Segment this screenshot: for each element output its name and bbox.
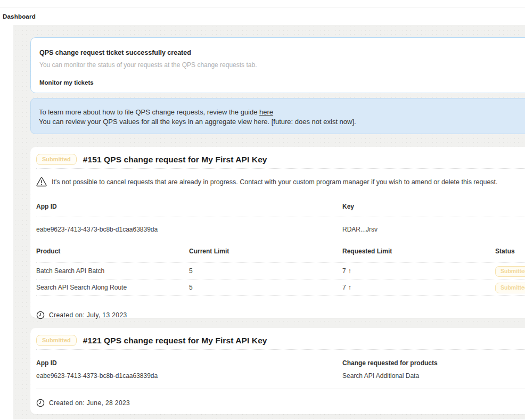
col-status: Status	[495, 248, 525, 255]
table-row: Batch Search API Batch 5 7↑ Submitted	[36, 263, 525, 279]
products-table-header: Product Current Limit Requested Limit St…	[36, 248, 525, 263]
col-product: Product	[36, 248, 189, 255]
monitor-tickets-link[interactable]: Monitor my tickets	[39, 79, 94, 86]
request-card-151: Submitted #151 QPS change request for My…	[30, 147, 525, 318]
clock-icon	[36, 311, 45, 319]
info-banner-line2: You can review your QPS values for all t…	[39, 117, 525, 127]
main-content: QPS change request ticket successfully c…	[13, 25, 525, 419]
key-label: Key	[342, 203, 525, 210]
current-limit-value: 5	[189, 267, 342, 275]
request-151-header: Submitted #151 QPS change request for My…	[36, 147, 525, 169]
left-gutter	[0, 25, 13, 419]
row-status-badge: Submitted	[495, 283, 525, 293]
increase-arrow-icon: ↑	[348, 284, 351, 291]
products-label: Change requested for products	[342, 359, 525, 367]
app-id-label: App ID	[36, 203, 342, 210]
col-current-limit: Current Limit	[189, 248, 342, 255]
product-name: Search API Search Along Route	[36, 284, 189, 291]
products-value: Search API Additional Data	[342, 372, 525, 380]
request-121-body: App ID Change requested for products eab…	[36, 350, 525, 389]
info-banner: To learn more about how to file QPS chan…	[30, 98, 525, 134]
appid-key-header-row: App ID Key	[36, 203, 525, 217]
warning-row: It's not possible to cancel requests tha…	[36, 177, 525, 187]
page-title: Dashboard	[3, 13, 36, 20]
appid-key-value-row: eabe9623-7413-4373-bc8b-d1caa63839da RDA…	[36, 217, 525, 233]
row-status-badge: Submitted	[495, 266, 525, 277]
topbar: Dashboard	[0, 7, 525, 25]
app-id-value: eabe9623-7413-4373-bc8b-d1caa63839da	[36, 372, 342, 380]
requested-limit-value: 7↑	[342, 284, 495, 291]
info-banner-line1: To learn more about how to file QPS chan…	[39, 108, 525, 117]
success-subtitle: You can monitor the status of your reque…	[39, 61, 525, 69]
col-requested-limit: Requested Limit	[342, 248, 495, 255]
warning-text: It's not possible to cancel requests tha…	[52, 178, 498, 186]
success-title: QPS change request ticket successfully c…	[39, 49, 525, 56]
current-limit-value: 5	[189, 284, 342, 291]
success-notification-card: QPS change request ticket successfully c…	[30, 37, 525, 93]
requested-limit-value: 7↑	[342, 267, 495, 275]
table-row: Search API Search Along Route 5 7↑ Submi…	[36, 279, 525, 296]
app-id-label: App ID	[36, 359, 342, 367]
status-badge: Submitted	[36, 154, 77, 165]
guide-here-link[interactable]: here	[259, 108, 273, 116]
status-badge: Submitted	[36, 335, 77, 346]
key-value: RDAR...Jrsv	[342, 226, 525, 233]
requested-limit-number: 7	[342, 267, 346, 275]
product-name: Batch Search API Batch	[36, 267, 189, 275]
created-on-row: Created on: June, 28 2023	[36, 399, 525, 407]
requested-limit-number: 7	[342, 284, 346, 291]
request-121-title: #121 QPS change request for My First API…	[83, 336, 267, 345]
info-banner-line1-text: To learn more about how to file QPS chan…	[39, 108, 259, 116]
created-on-row: Created on: July, 13 2023	[36, 311, 525, 319]
page-top-strip	[0, 0, 525, 7]
created-on-text: Created on: June, 28 2023	[49, 399, 130, 407]
request-121-header: Submitted #121 QPS change request for My…	[36, 328, 525, 350]
created-on-text: Created on: July, 13 2023	[49, 311, 127, 319]
app-id-value: eabe9623-7413-4373-bc8b-d1caa63839da	[36, 226, 342, 233]
request-151-title: #151 QPS change request for My First API…	[83, 155, 267, 164]
clock-icon	[36, 399, 45, 407]
warning-triangle-icon	[36, 177, 47, 187]
increase-arrow-icon: ↑	[348, 267, 351, 275]
request-card-121: Submitted #121 QPS change request for My…	[30, 328, 525, 414]
